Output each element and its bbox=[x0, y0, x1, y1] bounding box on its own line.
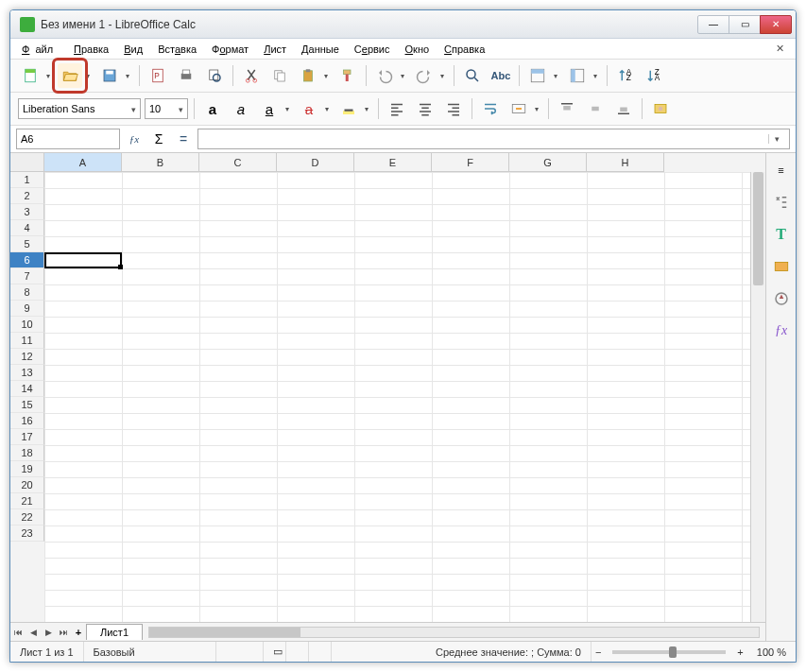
tab-prev-button[interactable]: ◀ bbox=[26, 628, 41, 637]
row-dropdown[interactable]: ▾ bbox=[554, 72, 561, 80]
align-right-button[interactable] bbox=[441, 96, 466, 121]
row-header[interactable]: 18 bbox=[10, 445, 44, 461]
align-bottom-button[interactable] bbox=[611, 96, 636, 121]
row-header[interactable]: 7 bbox=[10, 268, 44, 284]
row-button[interactable] bbox=[525, 63, 550, 88]
navigator-icon[interactable] bbox=[770, 287, 793, 310]
gallery-icon[interactable] bbox=[770, 255, 793, 278]
properties-icon[interactable] bbox=[770, 191, 793, 214]
column-header-e[interactable]: E bbox=[354, 153, 432, 172]
tab-first-button[interactable]: ⏮ bbox=[10, 628, 26, 637]
name-box[interactable]: A6 bbox=[16, 129, 120, 149]
row-header[interactable]: 13 bbox=[10, 365, 44, 381]
sidebar-menu-icon[interactable]: ≡ bbox=[770, 159, 793, 181]
function-wizard-button[interactable]: ƒx bbox=[124, 129, 145, 149]
font-name-combo[interactable]: Liberation Sans bbox=[18, 98, 141, 119]
close-button[interactable]: ✕ bbox=[760, 15, 792, 34]
status-insert-mode[interactable]: ▭ bbox=[264, 642, 286, 662]
column-button[interactable] bbox=[565, 63, 590, 88]
styles-icon[interactable]: T bbox=[770, 223, 793, 246]
underline-button[interactable]: a bbox=[257, 96, 282, 121]
zoom-level[interactable]: 100 % bbox=[747, 642, 796, 662]
sum-button[interactable]: Σ bbox=[148, 129, 169, 149]
row-header[interactable]: 15 bbox=[10, 397, 44, 413]
clone-formatting-button[interactable] bbox=[335, 63, 360, 88]
menu-view[interactable]: Вид bbox=[118, 42, 148, 57]
sort-asc-button[interactable]: AZ bbox=[613, 63, 638, 88]
row-header[interactable]: 1 bbox=[10, 172, 44, 188]
row-header[interactable]: 16 bbox=[10, 413, 44, 429]
column-header-a[interactable]: A bbox=[44, 153, 122, 172]
row-header[interactable]: 10 bbox=[10, 317, 44, 333]
row-header[interactable]: 21 bbox=[10, 493, 44, 509]
add-sheet-button[interactable]: + bbox=[71, 627, 86, 638]
row-header[interactable]: 9 bbox=[10, 301, 44, 317]
undo-button[interactable] bbox=[372, 63, 397, 88]
formula-expand-button[interactable]: ▾ bbox=[768, 134, 785, 144]
save-dropdown[interactable]: ▾ bbox=[126, 72, 133, 80]
zoom-out-button[interactable]: − bbox=[592, 642, 605, 662]
menu-data[interactable]: Данные bbox=[296, 42, 345, 57]
formula-button[interactable]: = bbox=[173, 129, 194, 149]
export-pdf-button[interactable]: P bbox=[146, 63, 170, 88]
column-dropdown[interactable]: ▾ bbox=[593, 72, 601, 80]
menu-file[interactable]: Файл bbox=[16, 42, 64, 57]
status-selection-mode[interactable] bbox=[286, 642, 309, 662]
column-header-f[interactable]: F bbox=[432, 153, 509, 172]
functions-icon[interactable]: ƒx bbox=[770, 319, 793, 342]
row-header[interactable]: 23 bbox=[10, 526, 44, 542]
currency-button[interactable] bbox=[648, 96, 673, 121]
row-header[interactable]: 19 bbox=[10, 461, 44, 477]
copy-button[interactable] bbox=[267, 63, 292, 88]
font-color-dropdown[interactable]: ▾ bbox=[325, 105, 333, 113]
row-header[interactable]: 20 bbox=[10, 477, 44, 493]
new-dropdown[interactable]: ▾ bbox=[46, 72, 54, 80]
open-dropdown[interactable]: ▾ bbox=[86, 72, 94, 80]
column-header-g[interactable]: G bbox=[509, 153, 587, 172]
row-header[interactable]: 11 bbox=[10, 333, 44, 349]
align-top-button[interactable] bbox=[555, 96, 579, 121]
status-signature[interactable] bbox=[309, 642, 332, 662]
menu-sheet[interactable]: Лист bbox=[258, 42, 292, 57]
align-left-button[interactable] bbox=[385, 96, 409, 121]
menu-window[interactable]: Окно bbox=[400, 42, 436, 57]
sort-desc-button[interactable]: ZA bbox=[642, 63, 666, 88]
sheet-tab[interactable]: Лист1 bbox=[86, 624, 143, 640]
row-header[interactable]: 14 bbox=[10, 381, 44, 397]
row-header[interactable]: 8 bbox=[10, 284, 44, 301]
cell-grid[interactable] bbox=[44, 172, 750, 622]
row-header[interactable]: 22 bbox=[10, 509, 44, 526]
print-button[interactable] bbox=[174, 63, 198, 88]
cut-button[interactable] bbox=[239, 63, 264, 88]
underline-dropdown[interactable]: ▾ bbox=[285, 105, 293, 113]
document-close-button[interactable]: ✕ bbox=[770, 41, 790, 57]
minimize-button[interactable]: — bbox=[697, 15, 729, 34]
vertical-scrollbar[interactable] bbox=[750, 172, 765, 622]
column-header-c[interactable]: C bbox=[199, 153, 277, 172]
zoom-in-button[interactable]: + bbox=[733, 642, 746, 662]
find-button[interactable] bbox=[460, 63, 485, 88]
align-center-button[interactable] bbox=[413, 96, 437, 121]
tab-next-button[interactable]: ▶ bbox=[41, 628, 56, 637]
highlight-dropdown[interactable]: ▾ bbox=[365, 105, 372, 113]
menu-help[interactable]: Справка bbox=[438, 42, 490, 57]
spellcheck-button[interactable]: Abc bbox=[489, 63, 513, 88]
horizontal-scrollbar[interactable] bbox=[148, 627, 760, 638]
wrap-text-button[interactable] bbox=[478, 96, 503, 121]
align-middle-button[interactable] bbox=[583, 96, 608, 121]
menu-tools[interactable]: Сервис bbox=[349, 42, 396, 57]
maximize-button[interactable]: ▭ bbox=[729, 15, 761, 34]
strikethrough-button[interactable]: a bbox=[297, 96, 321, 121]
merge-dropdown[interactable]: ▾ bbox=[535, 105, 542, 113]
undo-dropdown[interactable]: ▾ bbox=[401, 72, 408, 80]
redo-button[interactable] bbox=[412, 63, 437, 88]
paste-button[interactable] bbox=[296, 63, 320, 88]
column-header-h[interactable]: H bbox=[587, 153, 664, 172]
menu-format[interactable]: Формат bbox=[206, 42, 254, 57]
row-header[interactable]: 6 bbox=[10, 252, 44, 268]
redo-dropdown[interactable]: ▾ bbox=[440, 72, 448, 80]
highlight-button[interactable] bbox=[336, 96, 361, 121]
print-preview-button[interactable] bbox=[202, 63, 227, 88]
row-header[interactable]: 2 bbox=[10, 188, 44, 204]
row-header[interactable]: 4 bbox=[10, 220, 44, 236]
